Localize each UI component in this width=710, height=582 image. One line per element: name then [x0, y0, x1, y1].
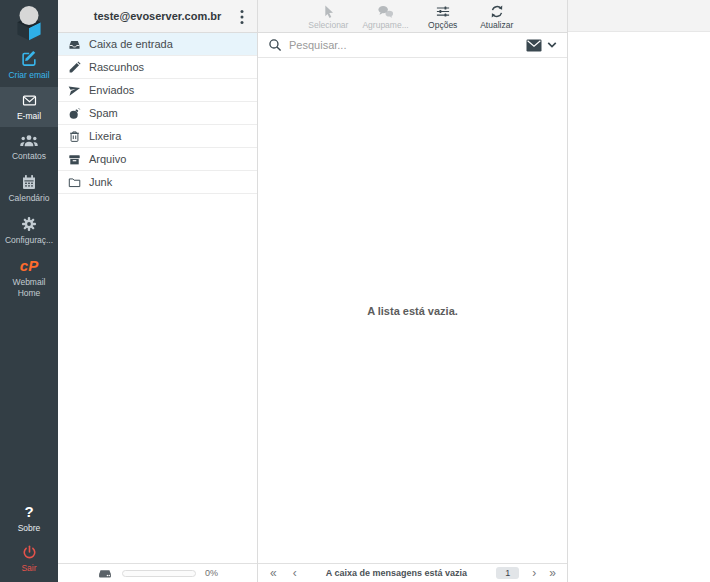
logout-button[interactable]: Sair [0, 539, 58, 582]
folder-archive[interactable]: Arquivo [58, 148, 257, 171]
compose-button[interactable]: Criar email [0, 44, 58, 87]
mailbox-status-text: A caixa de mensagens está vazia [297, 568, 497, 578]
logout-label: Sair [21, 563, 36, 574]
mail-icon [21, 93, 38, 108]
trash-icon [68, 130, 81, 143]
search-icon [268, 38, 282, 52]
rail-item-webmail-home[interactable]: cP Webmail Home [0, 251, 58, 304]
folder-label: Arquivo [89, 153, 126, 165]
rail-item-label: Contatos [12, 151, 46, 162]
search-input[interactable] [289, 39, 519, 51]
account-email: teste@evoserver.com.br [94, 10, 222, 22]
about-button[interactable]: ? Sobre [0, 497, 58, 540]
rail-item-calendar[interactable]: Calendário [0, 168, 58, 210]
rail-item-email[interactable]: E-mail [0, 87, 58, 128]
taskmenu-rail: Criar email E-mail [0, 0, 58, 582]
select-label: Selecionar [308, 20, 348, 30]
folder-actions-menu-button[interactable] [233, 0, 251, 33]
group-label: Agrupame... [362, 20, 408, 30]
select-button[interactable]: Selecionar [308, 4, 348, 30]
cpanel-logo-icon: cP [20, 257, 38, 274]
folder-inbox[interactable]: Caixa de entrada [58, 33, 257, 56]
group-button[interactable]: Agrupame... [362, 4, 408, 30]
rail-item-label: Configuraç... [5, 235, 53, 246]
sliders-icon [435, 4, 451, 19]
quota-bar: 0% [58, 563, 257, 582]
chevron-down-icon [547, 41, 557, 49]
envelope-icon [526, 39, 542, 52]
question-icon: ? [24, 503, 33, 520]
about-label: Sobre [18, 523, 41, 534]
pencil-icon [68, 61, 81, 74]
folder-label: Spam [89, 107, 118, 119]
rail-item-label: Webmail Home [4, 277, 54, 298]
empty-list-message: A lista está vazia. [367, 305, 458, 317]
pagination-left: « ‹ [270, 567, 297, 579]
preview-empty-body [568, 32, 710, 582]
folder-label: Lixeira [89, 130, 121, 142]
preview-header-strip [568, 0, 710, 32]
inbox-icon [68, 38, 81, 51]
folder-spam[interactable]: Spam [58, 102, 257, 125]
refresh-button[interactable]: Atualizar [477, 4, 517, 30]
folder-icon [68, 176, 81, 189]
calendar-icon [21, 174, 37, 190]
bomb-icon [68, 107, 81, 120]
search-scope-selector[interactable] [526, 39, 557, 52]
disk-icon [97, 567, 113, 580]
quota-percent: 0% [205, 568, 218, 578]
folder-drafts[interactable]: Rascunhos [58, 56, 257, 79]
send-icon [68, 84, 81, 97]
compose-label: Criar email [8, 70, 49, 81]
message-list-column: Selecionar Agrupame... [258, 0, 568, 582]
account-header: teste@evoserver.com.br [58, 0, 257, 33]
power-icon [22, 545, 37, 560]
preview-pane [568, 0, 710, 582]
search-bar [258, 33, 567, 58]
options-button[interactable]: Opções [423, 4, 463, 30]
folder-label: Junk [89, 176, 112, 188]
chat-bubbles-icon [377, 4, 394, 19]
folder-label: Rascunhos [89, 61, 144, 73]
next-page-icon[interactable]: › [532, 567, 536, 579]
app-logo [0, 0, 58, 44]
folder-label: Enviados [89, 84, 134, 96]
refresh-icon [489, 4, 505, 19]
folder-junk[interactable]: Junk [58, 171, 257, 194]
refresh-label: Atualizar [480, 20, 513, 30]
message-list-empty-area: A lista está vazia. [258, 58, 567, 563]
archive-icon [68, 153, 81, 166]
rail-item-settings[interactable]: Configuraç... [0, 210, 58, 252]
rail-item-contacts[interactable]: Contatos [0, 127, 58, 168]
first-page-icon[interactable]: « [270, 567, 276, 579]
webmail-app: Criar email E-mail [0, 0, 710, 582]
folder-trash[interactable]: Lixeira [58, 125, 257, 148]
folders-column: teste@evoserver.com.br Caixa de entrada [58, 0, 258, 582]
page-number: 1 [496, 567, 519, 579]
options-label: Opções [428, 20, 457, 30]
compose-icon [21, 50, 38, 67]
message-toolbar: Selecionar Agrupame... [258, 0, 567, 33]
roundcube-logo-icon [9, 4, 49, 42]
rail-item-label: E-mail [17, 111, 41, 122]
cursor-icon [321, 4, 336, 19]
folder-sent[interactable]: Enviados [58, 79, 257, 102]
rail-item-label: Calendário [8, 193, 49, 204]
contacts-icon [20, 133, 38, 148]
folder-label: Caixa de entrada [89, 38, 173, 50]
gear-icon [21, 216, 37, 232]
folders-empty-space [58, 194, 257, 563]
pagination-right: 1 › » [496, 567, 555, 579]
pagination-bar: « ‹ A caixa de mensagens está vazia 1 › … [258, 563, 567, 582]
last-page-icon[interactable]: » [549, 567, 555, 579]
quota-progress [122, 570, 196, 577]
